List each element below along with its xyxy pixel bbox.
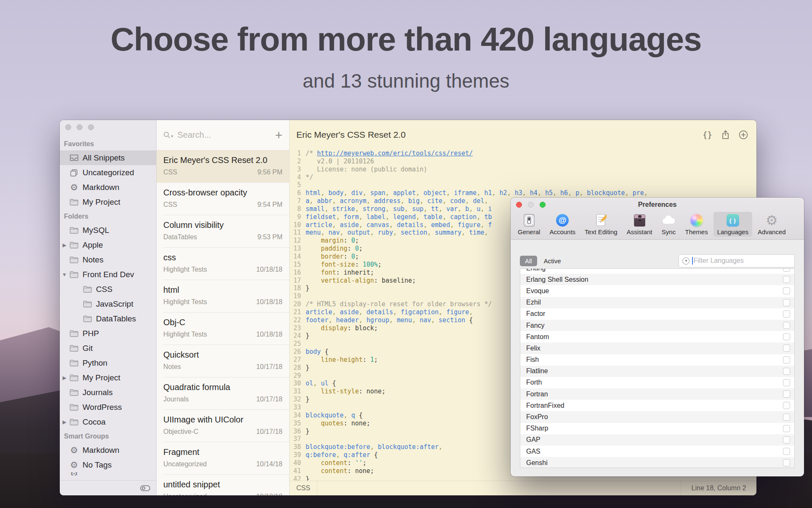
close-button[interactable] <box>516 202 522 208</box>
pref-tab-advanced[interactable]: ⚙Advanced <box>754 212 790 237</box>
pref-tab-general[interactable]: General <box>514 212 544 237</box>
sidebar-item-all-snippets[interactable]: All Snippets <box>60 150 156 165</box>
language-row-gap[interactable]: GAP <box>520 434 794 446</box>
pref-tab-textediting[interactable]: Text Editing <box>581 212 621 237</box>
close-button[interactable] <box>65 124 71 130</box>
language-checkbox[interactable] <box>783 448 790 455</box>
snippet-row[interactable]: untitled snippetUncategorized10/18/18 <box>157 475 289 495</box>
disclosure-triangle-icon[interactable]: ▶ <box>60 242 69 248</box>
sidebar-item-php[interactable]: PHP <box>60 326 156 341</box>
braces-icon[interactable]: {} <box>703 130 712 139</box>
sidebar-item-partial[interactable]: ⚙ <box>60 472 156 476</box>
sidebar-item-my-project[interactable]: My Project <box>60 195 156 209</box>
snippet-row[interactable]: QuicksortNotes10/17/18 <box>157 345 289 377</box>
sidebar-item-journals[interactable]: Journals <box>60 385 156 400</box>
disclosure-triangle-icon[interactable]: ▶ <box>60 419 69 425</box>
sidebar-item-mysql[interactable]: MySQL <box>60 223 156 238</box>
language-row-evoque[interactable]: Evoque <box>520 285 794 297</box>
folder-icon <box>69 403 79 412</box>
segment-active[interactable]: Active <box>544 257 561 265</box>
language-checkbox[interactable] <box>783 402 790 409</box>
sidebar-item-markdown[interactable]: ⚙Markdown <box>60 443 156 457</box>
language-row-forth[interactable]: Forth <box>520 377 794 388</box>
sidebar-item-uncategorized[interactable]: Uncategorized <box>60 165 156 180</box>
sidebar-item-git[interactable]: Git <box>60 341 156 356</box>
minimize-button[interactable] <box>528 202 534 208</box>
language-checkbox[interactable] <box>783 368 790 375</box>
language-checkbox[interactable] <box>783 276 790 283</box>
language-row-felix[interactable]: Felix <box>520 342 794 354</box>
sidebar-item-notes[interactable]: Notes <box>60 252 156 267</box>
language-row-erlang[interactable]: Erlang <box>520 268 794 274</box>
language-checkbox[interactable] <box>783 268 790 272</box>
language-checkbox[interactable] <box>783 322 790 329</box>
language-checkbox[interactable] <box>783 299 790 306</box>
language-checkbox[interactable] <box>783 379 790 386</box>
language-selector[interactable]: CSS <box>290 481 317 495</box>
language-row-flatline[interactable]: Flatline <box>520 366 794 377</box>
sidebar-item-markdown[interactable]: ⚙Markdown <box>60 180 156 195</box>
toggle-icon[interactable] <box>140 485 150 491</box>
language-checkbox[interactable] <box>783 436 790 444</box>
pref-tab-sync[interactable]: Sync <box>658 212 679 237</box>
sidebar-item-no-tags[interactable]: ⚙No Tags <box>60 457 156 472</box>
pref-tab-languages[interactable]: { }Languages <box>713 212 752 237</box>
language-checkbox[interactable] <box>783 414 790 421</box>
pref-tab-themes[interactable]: Themes <box>681 212 711 237</box>
add-icon[interactable] <box>739 130 748 139</box>
new-snippet-button[interactable]: + <box>275 129 282 142</box>
snippet-row[interactable]: cssHighlight Tests10/18/18 <box>157 248 289 280</box>
snippet-row[interactable]: UIImage with UIColorObjective-C10/17/18 <box>157 410 289 442</box>
language-checkbox[interactable] <box>783 310 790 318</box>
language-row-fancy[interactable]: Fancy <box>520 320 794 331</box>
sidebar-item-wordpress[interactable]: WordPress <box>60 400 156 414</box>
snippet-row[interactable]: htmlHighlight Tests10/18/18 <box>157 280 289 313</box>
share-icon[interactable] <box>721 130 729 139</box>
language-row-ezhil[interactable]: Ezhil <box>520 297 794 308</box>
language-checkbox[interactable] <box>783 356 790 364</box>
sidebar-item-my-project[interactable]: ▶My Project <box>60 370 156 385</box>
snippet-row-subtitle: Highlight Tests <box>163 266 207 273</box>
zoom-button[interactable] <box>540 202 546 208</box>
snippet-row[interactable]: Obj-CHighlight Tests10/18/18 <box>157 313 289 345</box>
segment-all[interactable]: All <box>520 256 537 266</box>
language-row-fortran[interactable]: Fortran <box>520 388 794 400</box>
language-checkbox[interactable] <box>783 425 790 432</box>
sidebar-item-apple[interactable]: ▶Apple <box>60 238 156 252</box>
language-checkbox[interactable] <box>783 390 790 398</box>
sidebar-item-css[interactable]: CSS <box>60 282 156 297</box>
disclosure-triangle-icon[interactable]: ▼ <box>60 272 69 278</box>
language-row-fsharp[interactable]: FSharp <box>520 423 794 434</box>
snippet-row-time: 10/17/18 <box>256 363 282 371</box>
language-row-fantom[interactable]: Fantom <box>520 331 794 342</box>
sidebar-item-front-end-dev[interactable]: ▼Front End Dev <box>60 267 156 282</box>
language-row-gas[interactable]: GAS <box>520 446 794 457</box>
disclosure-triangle-icon[interactable]: ▶ <box>60 375 69 381</box>
language-checkbox[interactable] <box>783 459 790 466</box>
sidebar-item-javascript[interactable]: JavaScript <box>60 297 156 311</box>
language-checkbox[interactable] <box>783 345 790 352</box>
language-row-factor[interactable]: Factor <box>520 308 794 320</box>
snippet-row[interactable]: Cross-browser opacityCSS9:54 PM <box>157 183 289 215</box>
snippet-row[interactable]: Eric Meyer's CSS Reset 2.0CSS9:56 PM <box>157 150 289 183</box>
search-bar[interactable]: ▾ Search... + <box>157 120 289 150</box>
language-row-genshi[interactable]: Genshi <box>520 457 794 468</box>
snippet-row[interactable]: Column visibilityDataTables9:53 PM <box>157 215 289 248</box>
sidebar-item-datatables[interactable]: DataTables <box>60 311 156 326</box>
pref-tab-assistant[interactable]: Assistant <box>623 212 656 237</box>
language-row-fish[interactable]: Fish <box>520 354 794 366</box>
snippet-row[interactable]: Quadratic formulaJournals10/17/18 <box>157 377 289 410</box>
filter-languages-input[interactable]: Filter Languages <box>679 254 795 267</box>
language-row-fortranfixed[interactable]: FortranFixed <box>520 400 794 411</box>
language-row-erlang-shell-session[interactable]: Erlang Shell Session <box>520 274 794 285</box>
language-checkbox[interactable] <box>783 333 790 340</box>
snippet-row[interactable]: FragmentUncategorized10/14/18 <box>157 442 289 475</box>
pref-tab-accounts[interactable]: @Accounts <box>546 212 579 237</box>
language-checkbox[interactable] <box>783 287 790 294</box>
sidebar-item-cocoa[interactable]: ▶Cocoa <box>60 414 156 429</box>
zoom-button[interactable] <box>88 124 94 130</box>
sidebar-item-python[interactable]: Python <box>60 356 156 370</box>
minimize-button[interactable] <box>77 124 83 130</box>
language-row-foxpro[interactable]: FoxPro <box>520 411 794 422</box>
sidebar-item-label: Front End Dev <box>83 270 134 279</box>
